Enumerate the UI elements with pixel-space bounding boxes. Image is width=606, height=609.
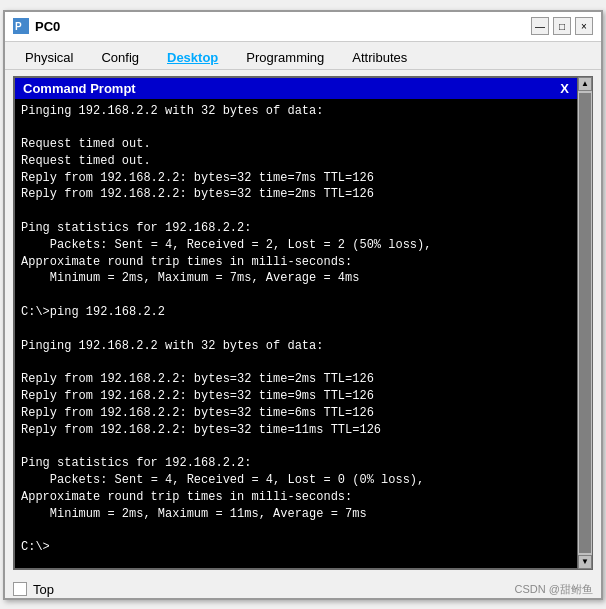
svg-text:P: P (15, 21, 22, 32)
title-bar: P PC0 — □ × (5, 12, 601, 42)
scroll-down-arrow[interactable]: ▼ (578, 555, 592, 569)
tab-attributes[interactable]: Attributes (340, 46, 419, 69)
app-icon: P (13, 18, 29, 34)
maximize-button[interactable]: □ (553, 17, 571, 35)
cmd-close-button[interactable]: X (560, 81, 569, 96)
cmd-title-bar: Command Prompt X (15, 78, 577, 99)
cmd-title-text: Command Prompt (23, 81, 136, 96)
minimize-button[interactable]: — (531, 17, 549, 35)
top-checkbox[interactable] (13, 582, 27, 596)
tab-desktop[interactable]: Desktop (155, 46, 230, 69)
window-title: PC0 (35, 19, 60, 34)
tab-programming[interactable]: Programming (234, 46, 336, 69)
close-button[interactable]: × (575, 17, 593, 35)
title-bar-left: P PC0 (13, 18, 60, 34)
cmd-body[interactable]: Pinging 192.168.2.2 with 32 bytes of dat… (15, 99, 577, 568)
cmd-outer: Command Prompt X Pinging 192.168.2.2 wit… (13, 76, 593, 570)
main-window: P PC0 — □ × Physical Config Desktop Prog… (3, 10, 603, 600)
scroll-thumb[interactable] (579, 93, 591, 553)
bottom-left: Top (13, 582, 54, 597)
tab-bar: Physical Config Desktop Programming Attr… (5, 42, 601, 70)
scroll-up-arrow[interactable]: ▲ (578, 77, 592, 91)
command-prompt-window: Command Prompt X Pinging 192.168.2.2 wit… (14, 77, 578, 569)
title-controls: — □ × (531, 17, 593, 35)
scrollbar[interactable]: ▲ ▼ (578, 77, 592, 569)
tab-physical[interactable]: Physical (13, 46, 85, 69)
bottom-bar: Top CSDN @甜鲋鱼 (5, 576, 601, 603)
watermark: CSDN @甜鲋鱼 (515, 582, 593, 597)
main-content: Command Prompt X Pinging 192.168.2.2 wit… (5, 70, 601, 576)
tab-config[interactable]: Config (89, 46, 151, 69)
top-label: Top (33, 582, 54, 597)
